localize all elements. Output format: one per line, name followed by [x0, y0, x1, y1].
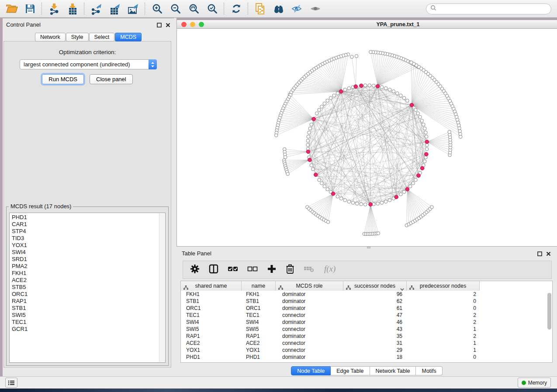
cell: YOX1 [181, 347, 242, 354]
table-row[interactable]: FKH1FKH1dominator962 [181, 291, 552, 298]
zoom-in-icon[interactable] [151, 3, 163, 15]
show-panel-list-button[interactable] [5, 378, 17, 388]
delete-selected-icon[interactable] [286, 264, 294, 275]
refresh-view-icon[interactable] [230, 3, 242, 15]
cell: dominator [276, 319, 343, 326]
mcds-result-item[interactable]: SWI5 [12, 312, 165, 319]
mcds-result-list: PHD1CAR1STP4TID3YOX1SWI4SRD1PMA2FKH1ACE2… [9, 213, 166, 363]
table-settings-icon[interactable] [190, 264, 200, 275]
cell: ACE2 [242, 340, 276, 347]
cell: 43 [343, 326, 407, 333]
column-header-MCDS-role[interactable]: MCDS role [276, 281, 343, 291]
float-panel-icon[interactable] [157, 21, 162, 29]
criterion-value: largest connected component (undirected) [20, 61, 149, 68]
mcds-result-item[interactable]: TID3 [12, 235, 165, 242]
cell: 96 [343, 291, 407, 298]
mcds-result-item[interactable]: SRD1 [12, 256, 165, 263]
cell: connector [276, 340, 343, 347]
table-row[interactable]: SWI5SWI5connector431 [181, 326, 552, 333]
float-table-icon[interactable] [537, 250, 542, 258]
memory-button[interactable]: Memory [518, 378, 551, 388]
duplicate-network-icon[interactable] [254, 3, 266, 15]
table-row[interactable]: PHD1PHD1dominator180 [181, 354, 552, 361]
table-row[interactable]: ACE2ACE2connector311 [181, 340, 552, 347]
cell: 31 [343, 340, 407, 347]
zoom-selected-icon[interactable] [206, 3, 218, 15]
table-panel: Table Panel f(x) shared namenameMCDS rol… [176, 248, 557, 376]
tab-select[interactable]: Select [89, 33, 115, 41]
select-all-icon[interactable] [228, 264, 238, 275]
find-network-icon[interactable] [273, 3, 285, 15]
cell: 0 [407, 305, 480, 312]
table-row[interactable]: YOX1YOX1connector291 [181, 347, 552, 354]
hide-view-icon[interactable] [291, 3, 303, 15]
mcds-result-item[interactable]: CAR1 [12, 221, 165, 228]
network-titlebar: YPA_prune.txt_1 [177, 20, 557, 29]
unselect-all-icon[interactable] [247, 264, 258, 275]
toolbar-separator [248, 3, 248, 15]
close-panel-icon[interactable] [166, 21, 170, 29]
tab-node-table[interactable]: Node Table [291, 366, 331, 375]
cell: 61 [343, 305, 407, 312]
result-scrollbar[interactable] [159, 213, 165, 362]
mcds-result-item[interactable]: ORC1 [12, 291, 165, 298]
mcds-result-item[interactable]: STB5 [12, 284, 165, 291]
close-table-icon[interactable] [546, 250, 551, 258]
cell: ORC1 [181, 305, 242, 312]
zoom-out-icon[interactable] [170, 3, 182, 15]
cell: 1 [407, 347, 480, 354]
search-input[interactable] [439, 6, 551, 12]
cell: FKH1 [181, 291, 242, 298]
show-columns-icon[interactable] [209, 264, 218, 275]
mcds-result-item[interactable]: TEC1 [12, 319, 165, 326]
export-network-icon[interactable] [90, 3, 103, 15]
sort-indicator-icon [400, 285, 404, 292]
tab-style[interactable]: Style [66, 33, 89, 41]
table-row[interactable]: SWI4SWI4dominator462 [181, 319, 552, 326]
mcds-result-item[interactable]: STP4 [12, 228, 165, 235]
cell: 2 [407, 333, 480, 340]
tab-motifs[interactable]: Motifs [416, 366, 442, 375]
mcds-result-item[interactable]: SWI4 [12, 249, 165, 256]
mcds-result-item[interactable]: PMA2 [12, 263, 165, 270]
mcds-result-item[interactable]: PHD1 [12, 214, 165, 221]
add-row-icon[interactable] [267, 264, 277, 275]
mcds-result-item[interactable]: STB1 [12, 305, 165, 312]
open-session-icon[interactable] [6, 3, 18, 15]
column-header-name[interactable]: name [242, 281, 276, 291]
run-mcds-button[interactable]: Run MCDS [42, 74, 84, 84]
column-header-successor-nodes[interactable]: successor nodes [343, 281, 407, 291]
mcds-result-box: MCDS result (17 nodes) PHD1CAR1STP4TID3Y… [6, 206, 169, 366]
table-row[interactable]: RAP1RAP1dominator352 [181, 333, 552, 340]
tab-mcds[interactable]: MCDS [115, 33, 142, 41]
zoom-fit-icon[interactable] [188, 3, 200, 15]
mcds-result-item[interactable]: ACE2 [12, 277, 165, 284]
mcds-result-item[interactable]: GCR1 [12, 326, 165, 333]
show-view-icon[interactable] [309, 3, 322, 15]
toolbar-separator [84, 3, 84, 15]
table-row[interactable]: ORC1ORC1dominator610 [181, 305, 552, 312]
cell: dominator [276, 305, 343, 312]
export-table-icon[interactable] [109, 3, 121, 15]
import-table-icon[interactable] [66, 3, 79, 15]
mcds-result-item[interactable]: YOX1 [12, 242, 165, 249]
node-table: shared namenameMCDS rolesuccessor nodesp… [180, 281, 553, 363]
table-scrollbar-thumb[interactable] [547, 293, 551, 330]
mcds-result-item[interactable]: RAP1 [12, 298, 165, 305]
save-session-icon[interactable] [24, 3, 36, 15]
close-panel-button[interactable]: Close panel [90, 74, 133, 84]
tab-edge-table[interactable]: Edge Table [331, 366, 370, 375]
export-image-icon[interactable] [127, 3, 139, 15]
table-row[interactable]: STB1STB1dominator620 [181, 298, 552, 305]
column-header-predecessor-nodes[interactable]: predecessor nodes [407, 281, 480, 291]
tab-network-table[interactable]: Network Table [370, 366, 416, 375]
network-canvas[interactable] [177, 29, 557, 246]
criterion-dropdown[interactable]: largest connected component (undirected) [20, 59, 157, 69]
cell: dominator [276, 298, 343, 305]
tab-network[interactable]: Network [35, 33, 66, 41]
cell: 29 [343, 347, 407, 354]
mcds-result-item[interactable]: FKH1 [12, 270, 165, 277]
table-row[interactable]: TEC1TEC1connector472 [181, 312, 552, 319]
column-header-shared-name[interactable]: shared name [181, 281, 242, 291]
import-network-icon[interactable] [48, 3, 60, 15]
